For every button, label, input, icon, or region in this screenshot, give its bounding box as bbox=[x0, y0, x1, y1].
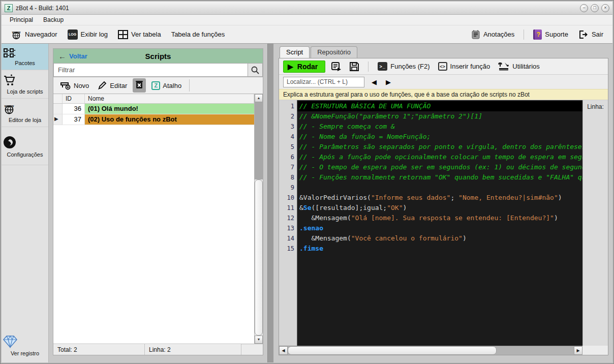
table-row[interactable]: ▶ 37 (02) Uso de funções no zBot bbox=[53, 114, 254, 125]
row-name: (02) Uso de funções no zBot bbox=[85, 114, 254, 125]
find-row: ◀ ▶ bbox=[279, 75, 608, 89]
show-log-button[interactable]: LOG Exibir log bbox=[64, 27, 112, 42]
filter-row bbox=[53, 63, 263, 77]
wrench-icon bbox=[3, 135, 47, 149]
minimize-button[interactable]: – bbox=[580, 4, 588, 12]
row-id: 37 bbox=[63, 114, 85, 125]
scrollbar-thumb[interactable] bbox=[288, 346, 497, 355]
run-selection-button[interactable] bbox=[329, 60, 344, 73]
shortcut-icon: Z bbox=[151, 81, 160, 90]
panel-splitter[interactable] bbox=[263, 48, 279, 355]
scrollbar-track[interactable] bbox=[255, 102, 263, 179]
find-next-icon[interactable]: ▶ bbox=[384, 78, 393, 86]
search-icon bbox=[251, 66, 260, 75]
view-table-button[interactable]: Ver tabela bbox=[114, 28, 165, 41]
app-icon: Z bbox=[5, 4, 13, 12]
pencil-icon bbox=[97, 80, 107, 90]
sidebar-item-pacotes[interactable]: Pacotes bbox=[2, 44, 48, 70]
name-column-header: Nome bbox=[85, 94, 254, 103]
support-label: Suporte bbox=[545, 31, 568, 38]
table-row[interactable]: 36 (01) Olá mundo! bbox=[53, 104, 254, 114]
sidebar-item-loja-de-scripts[interactable]: Loja de scripts bbox=[2, 70, 48, 99]
sidebar-item-ver-registro[interactable]: Ver registro bbox=[2, 331, 48, 362]
sidebar-item-configuracoes[interactable]: Configurações bbox=[2, 127, 48, 165]
code-line bbox=[297, 183, 582, 193]
save-floppy-icon bbox=[349, 62, 359, 72]
run-button[interactable]: ▶ Rodar bbox=[283, 60, 325, 73]
menu-principal[interactable]: Principal bbox=[6, 15, 37, 24]
code-line: // - O tempo de espera pode ser em segun… bbox=[297, 162, 582, 172]
scroll-right-icon[interactable]: ▶ bbox=[574, 346, 582, 355]
new-script-label: Novo bbox=[74, 82, 89, 89]
code-line: // &NomeFunção("parâmetro 1";"parâmetro … bbox=[297, 111, 582, 122]
exit-label: Sair bbox=[592, 31, 603, 38]
scroll-up-icon[interactable]: ▲ bbox=[255, 94, 263, 102]
line-panel: Linha: bbox=[582, 100, 608, 346]
tab-repositorio[interactable]: Repositório bbox=[311, 46, 357, 58]
menubar: Principal Backup bbox=[2, 15, 612, 25]
scripts-toolbar: Novo Editar Z At bbox=[53, 77, 263, 94]
script-play-icon bbox=[331, 62, 342, 72]
code-line: // ESTRUTURA BÁSICA DE UMA FUNÇÃO bbox=[297, 101, 582, 111]
close-button[interactable]: × bbox=[601, 4, 609, 12]
annotations-label: Anotações bbox=[483, 31, 514, 38]
code-line: &ValorPedirVarios("Informe seus dados"; … bbox=[297, 193, 582, 203]
scripts-status-bar: Total: 2 Linha: 2 bbox=[53, 344, 263, 355]
console-icon: >_ bbox=[378, 62, 387, 71]
toolbar-separator bbox=[368, 62, 369, 72]
new-script-button[interactable]: Novo bbox=[57, 79, 91, 92]
code-line: // - Após a função pode opcionalmente co… bbox=[297, 152, 582, 162]
tab-script[interactable]: Script bbox=[280, 46, 310, 58]
sidebar: Pacotes Loja de scripts www Editor de lo… bbox=[2, 44, 49, 362]
packages-icon bbox=[3, 48, 47, 58]
scroll-down-icon[interactable]: ▼ bbox=[255, 336, 263, 344]
scripts-panel-header: Scripts ← Voltar bbox=[53, 49, 263, 63]
support-button[interactable]: ? Suporte bbox=[529, 27, 572, 42]
search-button[interactable] bbox=[248, 63, 263, 77]
navigator-button[interactable]: www Navegador bbox=[7, 27, 62, 42]
editor-toolbar: ▶ Rodar bbox=[279, 58, 608, 75]
annotations-button[interactable]: Anotações bbox=[467, 27, 518, 42]
scroll-left-icon[interactable]: ◀ bbox=[279, 346, 288, 355]
find-input[interactable] bbox=[283, 77, 364, 87]
table-header: ID Nome bbox=[53, 94, 254, 104]
functions-button[interactable]: >_ Funções (F2) bbox=[376, 61, 432, 72]
edit-script-button[interactable]: Editar bbox=[95, 79, 130, 92]
menu-backup[interactable]: Backup bbox=[39, 15, 68, 24]
code-line: // - Sempre começa com & bbox=[297, 122, 582, 132]
code-editor: 123456789101112131415 // ESTRUTURA BÁSIC… bbox=[279, 100, 608, 346]
find-prev-icon[interactable]: ◀ bbox=[370, 78, 379, 86]
edit-script-label: Editar bbox=[110, 82, 127, 89]
functions-label: Funções (F2) bbox=[390, 63, 429, 70]
delete-script-button[interactable] bbox=[133, 78, 146, 93]
save-button[interactable] bbox=[348, 60, 361, 73]
list-vertical-scrollbar[interactable]: ▲ ▼ bbox=[254, 94, 263, 344]
code-line: &Mensagem("Você cancelou o formulário") bbox=[297, 233, 582, 244]
code-area[interactable]: // ESTRUTURA BÁSICA DE UMA FUNÇÃO// &Nom… bbox=[297, 100, 582, 346]
toolbar-separator bbox=[524, 29, 524, 40]
shortcut-button[interactable]: Z Atalho bbox=[149, 80, 184, 92]
sidebar-item-label: Loja de scripts bbox=[7, 88, 43, 95]
scrollbar-thumb[interactable] bbox=[255, 179, 263, 336]
functions-table-button[interactable]: Tabela de funções bbox=[167, 28, 229, 40]
code-line: .fimse bbox=[297, 244, 582, 254]
filter-input[interactable] bbox=[53, 63, 248, 77]
globe-www-icon: www bbox=[3, 103, 47, 115]
editor-horizontal-scrollbar[interactable]: ◀ ▶ bbox=[279, 346, 582, 355]
code-line: &Mensagem("Olá [nome]. Sua resposta se e… bbox=[297, 213, 582, 223]
exit-button[interactable]: Sair bbox=[574, 28, 607, 41]
maximize-button[interactable]: □ bbox=[591, 4, 599, 12]
status-line: Linha: 2 bbox=[145, 344, 241, 355]
utilities-button[interactable]: Utilitários bbox=[496, 60, 541, 73]
editor-tabs: Script Repositório bbox=[279, 46, 608, 58]
insert-function-label: Inserir função bbox=[450, 63, 490, 70]
sidebar-item-editor-de-loja[interactable]: www Editor de loja bbox=[2, 99, 48, 127]
insert-function-button[interactable]: <> Inserir função bbox=[436, 61, 493, 72]
sidebar-item-label: Ver registro bbox=[11, 350, 39, 356]
help-book-icon: ? bbox=[533, 29, 542, 40]
script-description-banner: Explica a estrutura geral para o uso de … bbox=[279, 89, 608, 100]
show-log-label: Exibir log bbox=[81, 31, 108, 38]
notes-icon bbox=[471, 29, 480, 40]
exit-door-icon bbox=[578, 30, 589, 39]
top-toolbar: www Navegador LOG Exibir log Ver tabela … bbox=[2, 25, 612, 44]
